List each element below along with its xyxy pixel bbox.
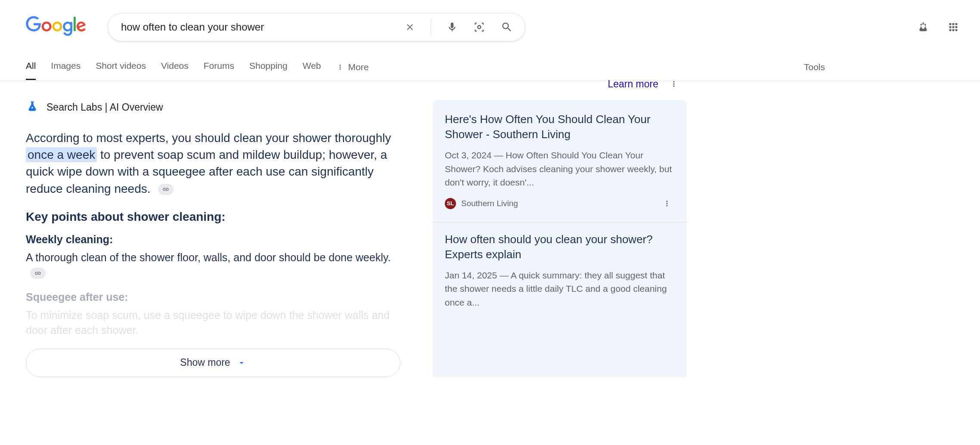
tab-all[interactable]: All — [26, 54, 36, 80]
show-more-button[interactable]: Show more — [26, 349, 400, 377]
tab-images[interactable]: Images — [51, 54, 81, 80]
apps-icon[interactable] — [944, 18, 963, 37]
result-title: How often should you clean your shower? … — [445, 232, 675, 262]
search-input[interactable] — [121, 21, 401, 33]
result-title: Here's How Often You Should Clean Your S… — [445, 112, 675, 142]
chevron-down-icon — [237, 358, 246, 368]
link-icon[interactable] — [158, 184, 174, 195]
result-snippet: Jan 14, 2025 — A quick summary: they all… — [445, 269, 675, 309]
more-vert-icon — [336, 63, 344, 71]
tools-button[interactable]: Tools — [804, 56, 825, 79]
search-box[interactable] — [108, 13, 525, 41]
highlight-text: once a week — [26, 147, 97, 162]
result-card[interactable]: How often should you clean your shower? … — [433, 222, 687, 320]
camera-icon[interactable] — [470, 18, 489, 37]
tab-short-videos[interactable]: Short videos — [96, 54, 146, 80]
tab-forums[interactable]: Forums — [204, 54, 234, 80]
source-favicon: SL — [445, 198, 456, 209]
tab-shopping[interactable]: Shopping — [249, 54, 288, 80]
labs-icon[interactable] — [913, 17, 933, 37]
tab-web[interactable]: Web — [303, 54, 321, 80]
point-text-squeegee: To minimize soap scum, use a squeegee to… — [26, 308, 407, 338]
flask-icon — [26, 100, 39, 114]
more-options-icon[interactable] — [666, 76, 682, 92]
google-logo[interactable] — [26, 16, 86, 38]
result-snippet: Oct 3, 2024 — How Often Should You Clean… — [445, 148, 675, 189]
result-card[interactable]: Here's How Often You Should Clean Your S… — [433, 112, 687, 222]
link-icon[interactable] — [30, 268, 46, 279]
learn-more-link[interactable]: Learn more — [608, 78, 658, 90]
tab-more[interactable]: More — [336, 62, 369, 72]
point-text-weekly: A thorough clean of the shower floor, wa… — [26, 250, 407, 280]
key-points-heading: Key points about shower cleaning: — [26, 210, 407, 224]
search-icon[interactable] — [497, 18, 516, 37]
card-menu-icon[interactable] — [659, 196, 675, 211]
ai-overview-text: According to most experts, you should cl… — [26, 130, 407, 197]
ai-overview-label: Search Labs | AI Overview — [47, 102, 163, 113]
nav-bar: All Images Short videos Videos Forums Sh… — [0, 41, 980, 80]
clear-icon[interactable] — [401, 19, 419, 36]
divider — [431, 19, 431, 36]
source-name: Southern Living — [461, 199, 518, 208]
microphone-icon[interactable] — [443, 18, 461, 36]
tab-videos[interactable]: Videos — [161, 54, 189, 80]
source-panel: Learn more Here's How Often You Should C… — [433, 100, 687, 377]
point-heading-weekly: Weekly cleaning: — [26, 233, 407, 246]
point-heading-squeegee: Squeegee after use: — [26, 291, 407, 303]
